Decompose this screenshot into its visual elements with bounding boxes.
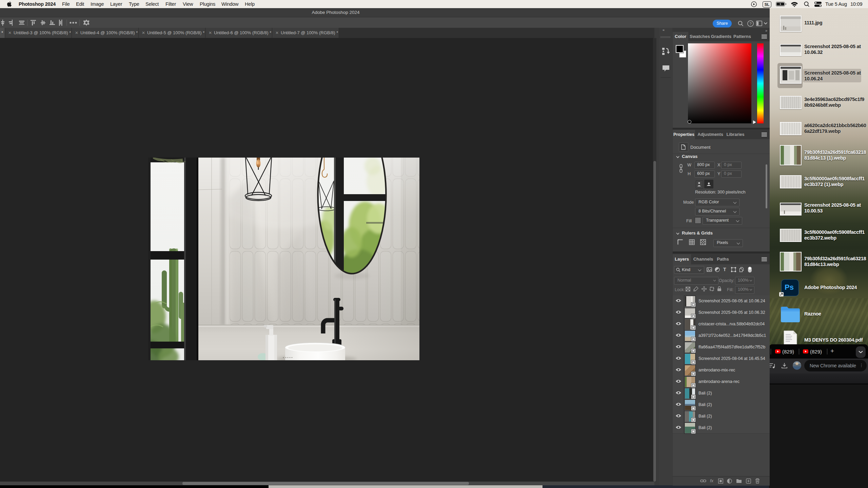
svg-text:?: ? xyxy=(749,22,751,26)
